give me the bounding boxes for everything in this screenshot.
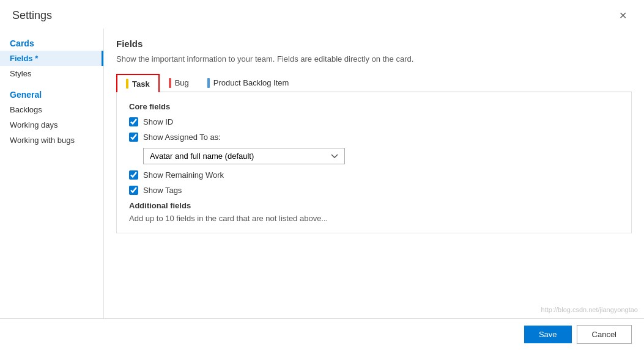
assigned-to-dropdown[interactable]: Avatar and full name (default) Full name… bbox=[143, 148, 345, 164]
bug-indicator bbox=[169, 78, 171, 88]
dialog-header: Settings ✕ bbox=[0, 0, 644, 29]
show-assigned-to-row: Show Assigned To as: bbox=[129, 133, 619, 142]
show-id-checkbox[interactable] bbox=[129, 117, 138, 126]
cancel-button[interactable]: Cancel bbox=[577, 325, 632, 344]
tab-pbi-label: Product Backlog Item bbox=[213, 78, 289, 87]
watermark: http://blog.csdn.net/jiangyongtao bbox=[541, 306, 638, 313]
show-id-label: Show ID bbox=[143, 117, 173, 126]
save-button[interactable]: Save bbox=[524, 326, 572, 343]
tabs-container: Task Bug Product Backlog Item bbox=[116, 73, 632, 92]
core-fields-title: Core fields bbox=[129, 102, 619, 111]
show-assigned-to-checkbox[interactable] bbox=[129, 133, 138, 142]
sidebar-item-styles[interactable]: Styles bbox=[0, 66, 103, 81]
dropdown-container: Avatar and full name (default) Full name… bbox=[143, 148, 619, 164]
sidebar-item-working-days[interactable]: Working days bbox=[0, 117, 103, 133]
show-tags-row: Show Tags bbox=[129, 186, 619, 195]
show-remaining-work-row: Show Remaining Work bbox=[129, 170, 619, 180]
additional-fields-title: Additional fields bbox=[129, 201, 619, 210]
tab-bug-label: Bug bbox=[175, 78, 189, 87]
show-id-row: Show ID bbox=[129, 117, 619, 126]
show-assigned-to-label: Show Assigned To as: bbox=[143, 133, 221, 142]
dialog-footer: Save Cancel bbox=[0, 318, 644, 350]
dialog-title: Settings bbox=[12, 9, 52, 22]
show-tags-label: Show Tags bbox=[143, 186, 182, 195]
tab-product-backlog-item[interactable]: Product Backlog Item bbox=[198, 73, 298, 92]
show-tags-checkbox[interactable] bbox=[129, 186, 138, 195]
section-desc: Show the important information to your t… bbox=[116, 54, 632, 65]
tab-bug[interactable]: Bug bbox=[160, 73, 198, 92]
sidebar-item-working-with-bugs[interactable]: Working with bugs bbox=[0, 133, 103, 148]
sidebar-section-general[interactable]: General bbox=[0, 81, 103, 102]
show-remaining-work-label: Show Remaining Work bbox=[143, 170, 224, 180]
sidebar-item-backlogs[interactable]: Backlogs bbox=[0, 102, 103, 117]
show-remaining-work-checkbox[interactable] bbox=[129, 170, 138, 180]
sidebar-item-fields[interactable]: Fields * bbox=[0, 51, 103, 66]
content-area: Fields Show the important information to… bbox=[104, 29, 644, 318]
sidebar-section-cards[interactable]: Cards bbox=[0, 35, 103, 51]
sidebar: Cards Fields * Styles General Backlogs W… bbox=[0, 29, 104, 318]
additional-fields-desc: Add up to 10 fields in the card that are… bbox=[129, 214, 619, 223]
main-content: Fields Show the important information to… bbox=[104, 29, 644, 318]
pbi-indicator bbox=[207, 78, 210, 88]
dialog-body: Cards Fields * Styles General Backlogs W… bbox=[0, 29, 644, 318]
tab-task[interactable]: Task bbox=[116, 74, 160, 92]
settings-dialog: Settings ✕ Cards Fields * Styles General… bbox=[0, 0, 644, 350]
fields-panel: Core fields Show ID Show Assigned To as: bbox=[116, 92, 632, 233]
section-heading: Fields bbox=[116, 38, 632, 49]
task-indicator bbox=[126, 79, 128, 89]
close-button[interactable]: ✕ bbox=[614, 7, 632, 24]
tab-task-label: Task bbox=[132, 79, 150, 89]
